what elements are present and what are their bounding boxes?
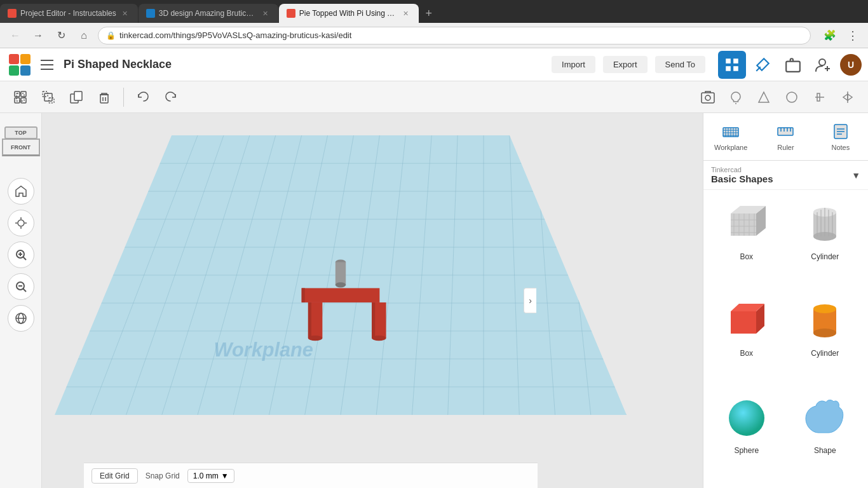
snap-grid-label: Snap Grid (146, 471, 180, 480)
view-cube[interactable]: TOP FRONT (0, 123, 43, 168)
edit-toolbar (0, 81, 868, 113)
back-button[interactable]: ← (6, 27, 24, 44)
new-tab-button[interactable]: + (419, 4, 438, 23)
shape-item-sphere-teal[interactable]: Sphere (711, 391, 782, 480)
pickaxe-button[interactable] (749, 51, 776, 79)
ruler-button[interactable]: Ruler (758, 118, 813, 155)
main-content: TOP FRONT (0, 113, 868, 488)
grid-view-button[interactable] (718, 51, 746, 79)
shape-item-blue[interactable]: Shape (790, 391, 861, 480)
tab-3ddesign[interactable]: 3D design Amazing Bruticus-Ka... ✕ (139, 4, 278, 23)
top-toolbar: Pi Shaped Necklace Import Export Send To (0, 48, 868, 81)
tab-project-editor[interactable]: Project Editor - Instructables ✕ (0, 4, 138, 23)
shape-item-box-red[interactable]: Box (711, 294, 782, 383)
export-button[interactable]: Export (603, 56, 648, 73)
shape-item-cylinder-gray[interactable]: Cylinder (790, 198, 861, 287)
svg-rect-17 (43, 92, 48, 97)
browser-chrome: Project Editor - Instructables ✕ 3D desi… (0, 0, 868, 48)
collapse-sidebar-button[interactable]: › (524, 288, 536, 313)
tab3-close[interactable]: ✕ (401, 8, 411, 18)
svg-point-27 (787, 92, 797, 102)
tab-bar: Project Editor - Instructables ✕ 3D desi… (0, 0, 868, 23)
svg-rect-25 (702, 93, 714, 103)
briefcase-button[interactable] (779, 51, 807, 79)
home-button[interactable]: ⌂ (75, 27, 93, 44)
svg-point-78 (336, 282, 346, 287)
svg-rect-1 (41, 64, 53, 65)
extensions-button[interactable]: 🧩 (821, 27, 839, 44)
svg-rect-14 (15, 98, 20, 103)
svg-rect-84 (372, 302, 375, 338)
snap-grid-dropdown[interactable]: 1.0 mm ▼ (187, 469, 234, 483)
workplane-button[interactable]: Workplane (703, 118, 758, 155)
svg-rect-82 (302, 288, 305, 302)
svg-rect-12 (15, 92, 20, 97)
fit-view-button[interactable] (8, 210, 34, 236)
workplane-grid: Workplane (55, 132, 627, 418)
tab-pie[interactable]: Pie Topped With Pi Using Tinker... ✕ (279, 4, 419, 23)
import-button[interactable]: Import (552, 56, 595, 73)
box-gray-preview (718, 198, 775, 248)
shapes-selector[interactable]: Tinkercad Basic Shapes ▼ (703, 161, 868, 190)
tab1-close[interactable]: ✕ (120, 8, 130, 18)
shape-item-box-gray[interactable]: Box (711, 198, 782, 287)
svg-rect-8 (786, 61, 800, 71)
ruler-label: Ruler (777, 144, 794, 151)
switch-view-button[interactable] (8, 305, 34, 332)
group-button[interactable] (8, 85, 33, 110)
add-user-button[interactable] (810, 51, 837, 79)
ungroup-button[interactable] (36, 85, 61, 110)
tab3-favicon (287, 9, 295, 18)
svg-rect-22 (100, 95, 108, 103)
browser-menu-button[interactable]: ⋮ (844, 27, 862, 44)
align-button[interactable] (807, 85, 832, 110)
menu-icon[interactable] (38, 56, 56, 74)
forward-button[interactable]: → (29, 27, 47, 44)
mirror-button[interactable] (835, 85, 860, 110)
cylinder-gray-preview (796, 198, 853, 248)
svg-rect-13 (21, 92, 26, 97)
redo-button[interactable] (158, 85, 184, 110)
tinkercad-logo[interactable] (6, 51, 33, 78)
send-to-button[interactable]: Send To (655, 56, 705, 73)
url-input[interactable]: 🔒 tinkercad.com/things/9P5VoVASLsQ-amazi… (98, 27, 811, 44)
url-text: tinkercad.com/things/9P5VoVASLsQ-amazing… (119, 30, 351, 40)
edit-grid-button[interactable]: Edit Grid (92, 468, 138, 484)
svg-rect-18 (49, 98, 54, 103)
shape-tool-button[interactable] (751, 85, 776, 110)
refresh-button[interactable]: ↻ (52, 27, 70, 44)
delete-button[interactable] (92, 85, 117, 110)
shape-item-cylinder-orange[interactable]: Cylinder (790, 294, 861, 383)
notes-label: Notes (831, 144, 850, 151)
address-bar: ← → ↻ ⌂ 🔒 tinkercad.com/things/9P5VoVASL… (0, 23, 868, 48)
circle-tool-button[interactable] (779, 85, 804, 110)
tab2-close[interactable]: ✕ (261, 8, 271, 18)
svg-rect-6 (733, 66, 738, 71)
duplicate-button[interactable] (64, 85, 89, 110)
shapes-dropdown-arrow-icon[interactable]: ▼ (851, 170, 860, 180)
lightbulb-button[interactable] (723, 85, 749, 110)
svg-text:Workplane: Workplane (214, 339, 313, 361)
tab1-favicon (8, 9, 17, 18)
undo-button[interactable] (130, 85, 156, 110)
svg-marker-31 (843, 94, 848, 100)
home-view-button[interactable] (8, 178, 34, 205)
zoom-in-button[interactable] (8, 241, 34, 268)
svg-rect-15 (21, 98, 26, 103)
project-title: Pi Shaped Necklace (64, 58, 172, 71)
workplane-icon (721, 122, 740, 141)
logo-cell-i (20, 54, 31, 64)
tab2-label: 3D design Amazing Bruticus-Ka... (159, 9, 257, 18)
zoom-out-button[interactable] (8, 273, 34, 300)
box-red-label: Box (740, 349, 753, 358)
svg-rect-21 (74, 92, 82, 100)
svg-point-129 (813, 329, 836, 337)
tab2-favicon (146, 9, 155, 18)
screenshot-button[interactable] (695, 85, 721, 110)
notes-icon (831, 122, 850, 141)
viewport[interactable]: Workplane (42, 113, 703, 488)
user-avatar[interactable]: U (840, 54, 862, 76)
notes-button[interactable]: Notes (813, 118, 868, 155)
category-label: Tinkercad (711, 166, 773, 173)
svg-rect-0 (41, 60, 53, 61)
